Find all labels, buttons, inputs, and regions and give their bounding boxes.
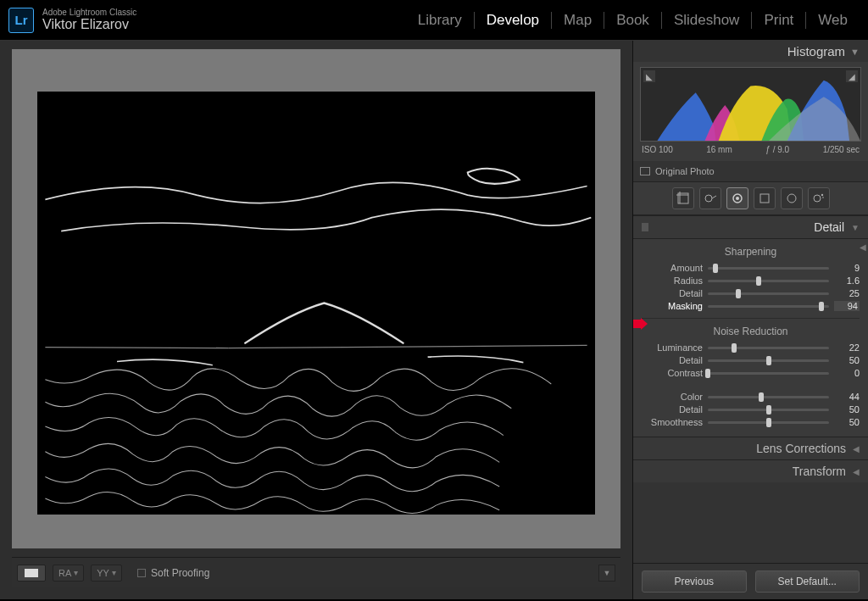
app-title: Adobe Lightroom Classic xyxy=(42,8,136,17)
chevron-down-icon: ▼ xyxy=(850,47,860,57)
nav-web[interactable]: Web xyxy=(806,12,860,29)
chevron-left-icon: ◀ xyxy=(853,444,860,454)
exif-focal: 16 mm xyxy=(706,145,732,154)
luminance-label: Luminance xyxy=(642,342,703,353)
amount-label: Amount xyxy=(642,263,703,273)
noise-detail-value[interactable]: 50 xyxy=(834,355,860,365)
sharp-detail-value[interactable]: 25 xyxy=(834,288,860,298)
svg-rect-7 xyxy=(760,194,769,203)
histogram-panel: ◣ ◢ ISO 100 16 mm ƒ / 9.0 1/250 sec xyxy=(633,62,868,161)
smoothness-slider[interactable]: Smoothness 50 xyxy=(642,417,860,427)
sharp-detail-label: Detail xyxy=(642,288,703,298)
amount-slider[interactable]: Amount 9 xyxy=(642,263,860,273)
transform-header[interactable]: Transform ◀ xyxy=(633,459,868,482)
loupe-view-button[interactable] xyxy=(17,565,46,582)
logo-text: Adobe Lightroom Classic Viktor Elizarov xyxy=(42,8,136,32)
noise-detail-label: Detail xyxy=(642,355,703,365)
lr-icon: Lr xyxy=(8,8,34,33)
color-detail-label: Detail xyxy=(642,404,703,415)
graduated-filter-icon[interactable] xyxy=(754,187,776,209)
module-nav: Library Develop Map Book Slideshow Print… xyxy=(406,12,860,29)
lens-corrections-header[interactable]: Lens Corrections ◀ xyxy=(633,437,868,459)
contrast-value[interactable]: 0 xyxy=(834,368,860,378)
square-icon xyxy=(640,167,650,175)
smoothness-label: Smoothness xyxy=(642,417,703,427)
panel-switch-icon[interactable] xyxy=(642,223,648,231)
app-logo: Lr Adobe Lightroom Classic Viktor Elizar… xyxy=(8,8,136,33)
masking-value[interactable]: 94 xyxy=(834,301,860,311)
detail-title: Detail xyxy=(814,220,844,234)
radius-label: Radius xyxy=(642,275,703,286)
masking-preview-image[interactable] xyxy=(37,92,595,515)
luminance-value[interactable]: 22 xyxy=(834,342,860,353)
luminance-slider[interactable]: Luminance 22 xyxy=(642,342,860,353)
exif-aperture: ƒ / 9.0 xyxy=(765,145,789,154)
nav-map[interactable]: Map xyxy=(552,12,604,29)
exif-row: ISO 100 16 mm ƒ / 9.0 1/250 sec xyxy=(640,142,861,156)
original-photo-toggle[interactable]: Original Photo xyxy=(633,161,868,181)
highlight-clip-icon[interactable]: ◢ xyxy=(846,70,858,82)
lens-corrections-title: Lens Corrections xyxy=(756,442,846,455)
chevron-left-icon[interactable]: ◀ xyxy=(860,242,866,252)
nav-library[interactable]: Library xyxy=(406,12,475,29)
spot-tool-icon[interactable] xyxy=(699,187,721,209)
histogram-graph[interactable]: ◣ ◢ xyxy=(640,67,861,142)
exif-iso: ISO 100 xyxy=(642,145,673,154)
color-detail-slider[interactable]: Detail 50 xyxy=(642,404,860,415)
svg-point-10 xyxy=(821,194,822,196)
image-canvas-bg xyxy=(12,49,620,548)
checkbox-icon xyxy=(137,569,146,577)
top-header: Lr Adobe Lightroom Classic Viktor Elizar… xyxy=(0,0,868,41)
compare-ra-button[interactable]: RA▾ xyxy=(53,565,84,582)
radial-filter-icon[interactable] xyxy=(781,187,803,209)
color-detail-value[interactable]: 50 xyxy=(834,404,860,415)
histogram-header[interactable]: Histogram ▼ xyxy=(633,41,868,62)
set-default-button[interactable]: Set Default... xyxy=(755,570,860,593)
detail-panel-header[interactable]: Detail ▼ xyxy=(633,215,868,239)
svg-marker-12 xyxy=(632,318,648,330)
masking-slider[interactable]: Masking 94 xyxy=(642,301,860,311)
svg-point-11 xyxy=(822,197,824,198)
panel-bottom-buttons: Previous Set Default... xyxy=(633,563,868,599)
nav-print[interactable]: Print xyxy=(752,12,806,29)
sharp-detail-slider[interactable]: Detail 25 xyxy=(642,288,860,298)
shadow-clip-icon[interactable]: ◣ xyxy=(643,70,655,82)
yy-label: YY xyxy=(97,568,109,578)
tool-strip xyxy=(633,181,868,215)
chevron-left-icon: ◀ xyxy=(853,467,860,476)
chevron-down-icon: ▼ xyxy=(851,223,860,232)
crop-tool-icon[interactable] xyxy=(672,187,694,209)
radius-value[interactable]: 1.6 xyxy=(834,275,860,286)
sharpening-title: Sharpening xyxy=(642,246,860,258)
amount-value[interactable]: 9 xyxy=(834,263,860,273)
nav-book[interactable]: Book xyxy=(604,12,662,29)
svg-rect-0 xyxy=(37,92,595,515)
nav-slideshow[interactable]: Slideshow xyxy=(662,12,753,29)
soft-proofing-label: Soft Proofing xyxy=(151,567,209,579)
contrast-label: Contrast xyxy=(642,368,703,378)
toolbar-bottom: RA▾ YY▾ Soft Proofing ▼ xyxy=(12,557,620,587)
nav-develop[interactable]: Develop xyxy=(475,12,552,29)
original-photo-label: Original Photo xyxy=(655,166,715,176)
noise-detail-slider[interactable]: Detail 50 xyxy=(642,355,860,365)
color-value[interactable]: 44 xyxy=(834,392,860,402)
contrast-slider[interactable]: Contrast 0 xyxy=(642,368,860,378)
svg-point-8 xyxy=(787,194,796,203)
svg-point-9 xyxy=(814,195,821,202)
soft-proofing-toggle[interactable]: Soft Proofing xyxy=(137,567,209,579)
sharpening-section: Sharpening ◀ Amount 9 Radius 1.6 Detail … xyxy=(633,239,868,437)
compare-yy-button[interactable]: YY▾ xyxy=(91,565,122,582)
svg-point-6 xyxy=(736,197,739,200)
masking-label: Masking xyxy=(642,301,703,311)
color-label: Color xyxy=(642,392,703,402)
brush-tool-icon[interactable] xyxy=(808,187,830,209)
transform-title: Transform xyxy=(793,465,846,478)
noise-title: Noise Reduction xyxy=(642,326,860,337)
previous-button[interactable]: Previous xyxy=(642,570,747,593)
toolbar-dropdown[interactable]: ▼ xyxy=(598,565,615,582)
smoothness-value[interactable]: 50 xyxy=(834,417,860,427)
histogram-title: Histogram xyxy=(787,44,845,58)
color-slider[interactable]: Color 44 xyxy=(642,392,860,402)
redeye-tool-icon[interactable] xyxy=(726,187,748,209)
radius-slider[interactable]: Radius 1.6 xyxy=(642,275,860,286)
